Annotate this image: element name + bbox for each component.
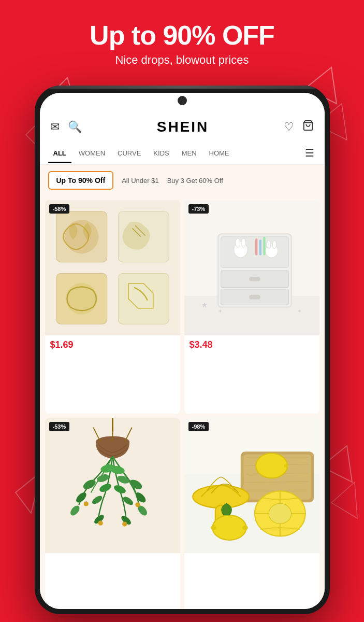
product-price-4 bbox=[184, 553, 319, 561]
product-card-3[interactable]: -53% bbox=[45, 418, 180, 610]
product-price-1: $1.69 bbox=[45, 335, 180, 355]
phone-camera bbox=[178, 96, 187, 105]
cart-icon[interactable] bbox=[302, 120, 314, 134]
product-card-2[interactable]: -73% ★ ✦ ★ ✦ bbox=[184, 200, 319, 414]
filter-active-btn[interactable]: Up To 90% Off bbox=[48, 171, 114, 190]
svg-rect-14 bbox=[118, 273, 169, 324]
product-card-4[interactable]: -98% bbox=[184, 418, 319, 610]
svg-point-59 bbox=[135, 502, 140, 507]
svg-point-81 bbox=[284, 464, 288, 468]
promo-main-title: Up to 90% OFF bbox=[10, 21, 354, 50]
tab-women[interactable]: WOMEN bbox=[74, 144, 110, 162]
svg-point-32 bbox=[272, 241, 276, 248]
discount-badge-4: -98% bbox=[188, 422, 209, 431]
header-left-icons: ✉ 🔍 bbox=[50, 120, 82, 134]
tab-all[interactable]: ALL bbox=[48, 144, 71, 162]
phone-screen: ✉ 🔍 SHEIN ♡ ALL WOMEN CURVE KIDS bbox=[40, 93, 325, 609]
svg-point-10 bbox=[65, 220, 98, 253]
svg-marker-5 bbox=[331, 482, 357, 518]
svg-text:★: ★ bbox=[201, 301, 207, 309]
tab-kids[interactable]: KIDS bbox=[148, 144, 174, 162]
svg-rect-34 bbox=[259, 239, 261, 255]
svg-rect-22 bbox=[221, 237, 288, 268]
svg-point-60 bbox=[98, 520, 103, 525]
search-icon[interactable]: 🔍 bbox=[68, 120, 82, 134]
svg-point-77 bbox=[212, 515, 246, 540]
svg-rect-24 bbox=[249, 277, 260, 281]
tab-men[interactable]: MEN bbox=[177, 144, 202, 162]
discount-badge-1: -58% bbox=[49, 204, 70, 214]
promo-sub-title: Nice drops, blowout prices bbox=[10, 53, 354, 67]
discount-badge-3: -53% bbox=[49, 422, 70, 431]
svg-text:✦: ✦ bbox=[218, 308, 223, 314]
discount-badge-2: -73% bbox=[188, 204, 209, 214]
products-grid: -58% bbox=[40, 196, 325, 609]
wishlist-icon[interactable]: ♡ bbox=[284, 120, 294, 134]
product-image-1: -58% bbox=[45, 200, 180, 335]
product-price-2: $3.48 bbox=[184, 335, 319, 355]
svg-point-29 bbox=[241, 238, 245, 247]
svg-rect-33 bbox=[255, 238, 257, 256]
app-logo: SHEIN bbox=[157, 119, 209, 135]
svg-point-58 bbox=[83, 501, 88, 506]
svg-rect-35 bbox=[263, 237, 265, 256]
header-right-icons: ♡ bbox=[284, 120, 314, 134]
mail-icon[interactable]: ✉ bbox=[50, 120, 60, 134]
product-price-3 bbox=[45, 553, 180, 561]
product-image-2: -73% ★ ✦ ★ ✦ bbox=[184, 200, 319, 335]
svg-point-80 bbox=[256, 453, 287, 478]
svg-point-28 bbox=[235, 238, 240, 247]
tab-curve[interactable]: CURVE bbox=[112, 144, 146, 162]
menu-icon[interactable]: ☰ bbox=[303, 142, 316, 164]
product-image-3: -53% bbox=[45, 418, 180, 553]
promo-banner: Up to 90% OFF Nice drops, blowout prices bbox=[0, 0, 364, 77]
svg-point-13 bbox=[66, 283, 97, 315]
svg-rect-26 bbox=[249, 295, 260, 300]
svg-point-78 bbox=[242, 525, 248, 530]
filter-bar: Up To 90% Off All Under $1 Buy 3 Get 60%… bbox=[40, 165, 325, 196]
svg-point-79 bbox=[211, 525, 216, 530]
svg-point-31 bbox=[267, 241, 271, 248]
tab-home[interactable]: HOME bbox=[204, 144, 235, 162]
svg-text:✦: ✦ bbox=[297, 308, 301, 314]
phone-frame: ✉ 🔍 SHEIN ♡ ALL WOMEN CURVE KIDS bbox=[35, 86, 330, 614]
nav-tabs: ALL WOMEN CURVE KIDS MEN HOME ☰ bbox=[40, 142, 325, 165]
product-card-1[interactable]: -58% bbox=[45, 200, 180, 414]
svg-point-61 bbox=[122, 521, 127, 526]
svg-point-76 bbox=[269, 503, 292, 524]
filter-btn-under1[interactable]: All Under $1 bbox=[122, 177, 159, 185]
product-image-4: -98% bbox=[184, 418, 319, 553]
filter-btn-buy3[interactable]: Buy 3 Get 60% Off bbox=[167, 177, 223, 185]
